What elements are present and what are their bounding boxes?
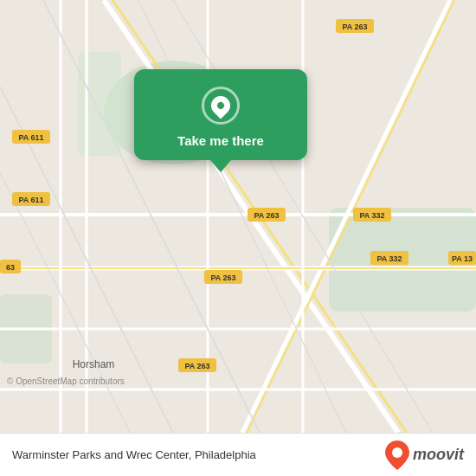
svg-point-44: [392, 447, 402, 458]
svg-text:PA 263: PA 263: [342, 23, 367, 31]
popup-label: Take me there: [177, 133, 264, 148]
svg-text:PA 332: PA 332: [359, 211, 384, 220]
svg-rect-4: [78, 52, 121, 156]
svg-text:PA 263: PA 263: [254, 211, 279, 220]
svg-text:PA 13: PA 13: [452, 254, 473, 263]
map-popup[interactable]: Take me there: [134, 69, 307, 160]
map-container: PA 263 PA 263 PA 263 PA 263 PA 332 PA 33…: [0, 0, 476, 433]
bottom-bar: Warminster Parks and Wrec Center, Philad…: [0, 433, 476, 476]
svg-text:PA 263: PA 263: [184, 362, 209, 370]
svg-text:PA 332: PA 332: [376, 254, 402, 263]
svg-text:PA 611: PA 611: [18, 133, 43, 142]
moovit-pin-icon: [385, 441, 409, 470]
location-pin-icon: [207, 92, 234, 119]
location-text: Warminster Parks and Wrec Center, Philad…: [12, 448, 378, 461]
svg-text:PA 611: PA 611: [18, 196, 43, 204]
moovit-logo: moovit: [385, 441, 464, 470]
svg-text:Horsham: Horsham: [73, 358, 115, 370]
svg-text:PA 263: PA 263: [210, 273, 235, 282]
moovit-brand-text: moovit: [413, 446, 464, 464]
svg-text:63: 63: [6, 263, 15, 272]
location-pin-ring: [202, 87, 240, 125]
copyright-text: © OpenStreetMap contributors: [7, 376, 125, 386]
map-svg: PA 263 PA 263 PA 263 PA 263 PA 332 PA 33…: [0, 0, 476, 433]
